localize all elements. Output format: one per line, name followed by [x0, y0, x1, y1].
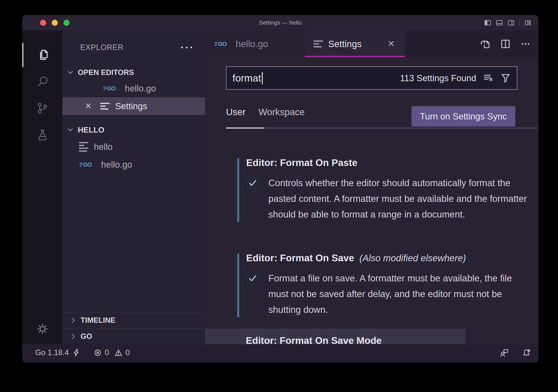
tab-hello-go[interactable]: GO hello.go [205, 30, 305, 57]
file-label: hello.go [101, 159, 132, 170]
minimize-window-button[interactable] [52, 20, 58, 26]
go-version-status[interactable]: Go 1.18.4 [35, 348, 81, 357]
active-view-indicator [22, 43, 23, 67]
activitybar-testing[interactable] [22, 122, 62, 148]
folder-section-header[interactable]: HELLO [62, 122, 205, 138]
go-version-label: Go 1.18.4 [35, 348, 69, 357]
setting-description: Controls whether the editor should autom… [268, 175, 527, 222]
close-window-button[interactable] [40, 20, 46, 26]
toggle-primary-sidebar-icon[interactable] [484, 19, 491, 26]
files-icon [36, 49, 49, 61]
setting-format-on-save: Editor: Format On Save (Also modified el… [226, 253, 517, 317]
go-file-icon: GO [214, 40, 231, 48]
zoom-window-button[interactable] [63, 20, 70, 26]
setting-checkbox[interactable] [246, 272, 259, 285]
manage-settings-gear[interactable] [22, 316, 62, 342]
tab-label: Settings [328, 38, 362, 49]
file-icon [79, 142, 89, 152]
error-icon [94, 348, 102, 357]
go-file-icon: GO [79, 160, 96, 169]
problems-status[interactable]: 0 0 [94, 348, 130, 357]
close-icon[interactable] [84, 102, 93, 111]
description-line: shutting down. [268, 302, 512, 317]
file-label: hello [94, 142, 113, 152]
scope-divider [226, 128, 538, 129]
open-editors-label: OPEN EDITORS [78, 68, 134, 77]
setting-format-on-save-mode[interactable]: Editor: Format On Save Mode [205, 329, 466, 344]
folder-label: HELLO [78, 125, 104, 134]
explorer-sidebar: EXPLORER OPEN EDITORS GO hello.go [62, 30, 205, 344]
scope-tab-workspace[interactable]: Workspace [258, 106, 305, 117]
turn-on-settings-sync-button[interactable]: Turn on Settings Sync [411, 106, 515, 127]
setting-title: Editor: Format On Save [246, 253, 354, 263]
more-actions-icon[interactable] [520, 38, 531, 49]
customize-layout-icon[interactable] [524, 19, 532, 26]
clear-settings-search-icon[interactable] [483, 73, 494, 83]
setting-title: Editor: Format On Paste [246, 157, 357, 168]
vscode-window: Settings — hello [22, 15, 538, 363]
description-line: should be able to format a range in a do… [268, 207, 527, 222]
description-line: Controls whether the editor should autom… [268, 175, 527, 191]
beaker-icon [36, 129, 49, 141]
warning-icon [114, 348, 123, 357]
open-editor-settings[interactable]: Settings [62, 97, 205, 115]
chevron-down-icon [67, 69, 74, 76]
settings-search-input[interactable]: format 113 Settings Found [226, 67, 517, 90]
chevron-down-icon [67, 126, 74, 134]
editor-group: GO hello.go Settings [205, 30, 538, 344]
description-line: pasted content. A formatter must be avai… [268, 191, 527, 207]
timeline-label: TIMELINE [81, 316, 115, 324]
active-tab-indicator [305, 56, 405, 57]
settings-editor-icon [100, 103, 110, 110]
file-hello[interactable]: hello [62, 138, 205, 156]
feedback-icon[interactable] [500, 348, 509, 357]
active-scope-indicator [226, 128, 264, 129]
activitybar-source-control[interactable] [22, 95, 62, 122]
svg-text:GO: GO [218, 41, 227, 47]
toggle-panel-icon[interactable] [496, 19, 503, 26]
go-section-label: GO [81, 332, 92, 341]
activitybar-explorer[interactable] [22, 42, 62, 68]
scope-tab-user[interactable]: User [226, 106, 245, 117]
status-bar: Go 1.18.4 0 0 [22, 344, 538, 363]
gear-icon [36, 323, 49, 335]
window-title: Settings — hello [22, 19, 538, 26]
open-editor-hello-go[interactable]: GO hello.go [62, 79, 205, 97]
close-icon[interactable] [387, 39, 396, 48]
tab-settings[interactable]: Settings [305, 30, 405, 57]
warning-count: 0 [125, 348, 130, 357]
chevron-right-icon [70, 333, 77, 340]
description-line: Format a file on save. A formatter must … [268, 270, 512, 286]
open-editor-label: Settings [115, 101, 147, 111]
svg-text:GO: GO [83, 161, 92, 168]
open-editors-header[interactable]: OPEN EDITORS [62, 65, 205, 79]
modified-setting-bar [237, 254, 239, 317]
sidebar-title: EXPLORER [80, 43, 123, 52]
explorer-more-actions-icon[interactable] [181, 46, 192, 48]
setting-title: Editor: Format On Save Mode [246, 335, 382, 344]
tab-bar: GO hello.go Settings [205, 30, 538, 57]
chevron-right-icon [70, 317, 77, 324]
activitybar-search[interactable] [22, 68, 62, 95]
timeline-section[interactable]: TIMELINE [62, 312, 205, 328]
go-section[interactable]: GO [62, 328, 205, 344]
go-file-icon: GO [103, 84, 120, 93]
titlebar-separator [519, 19, 520, 26]
description-line: must not be saved after delay, and the e… [268, 286, 512, 302]
filter-settings-icon[interactable] [500, 73, 511, 83]
traffic-lights [40, 15, 70, 30]
setting-modified-note: (Also modified elsewhere) [359, 253, 466, 263]
notifications-bell-icon[interactable] [522, 348, 531, 357]
split-editor-icon[interactable] [500, 38, 511, 49]
setting-format-on-paste: Editor: Format On Paste Controls whether… [226, 157, 517, 222]
setting-description: Format a file on save. A formatter must … [268, 270, 512, 317]
settings-editor-body: format 113 Settings Found User Workspace [205, 57, 538, 344]
settings-found-count: 113 Settings Found [400, 73, 476, 83]
open-settings-json-icon[interactable] [480, 38, 491, 49]
file-hello-go[interactable]: GO hello.go [62, 156, 205, 174]
titlebar: Settings — hello [22, 15, 538, 30]
setting-checkbox[interactable] [246, 177, 259, 190]
toggle-secondary-sidebar-icon[interactable] [508, 19, 514, 26]
error-count: 0 [105, 348, 109, 357]
activity-bar [22, 30, 62, 344]
